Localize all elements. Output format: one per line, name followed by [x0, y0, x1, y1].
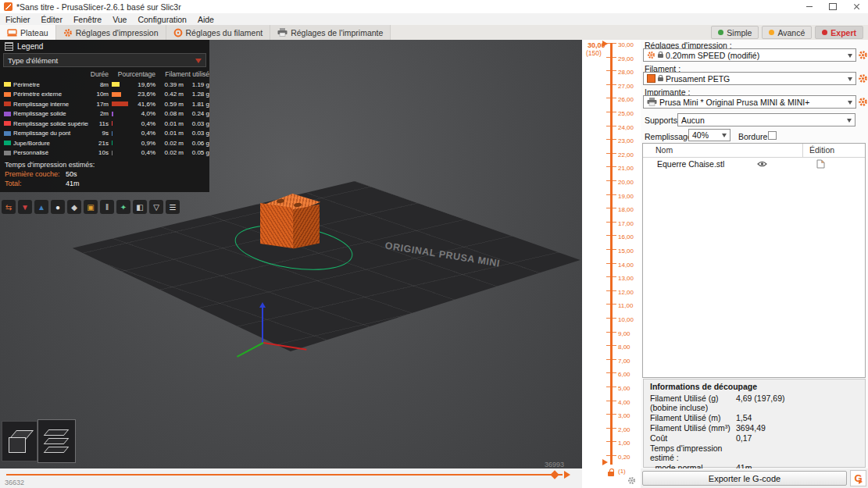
- layer-slider[interactable]: 30,00 (150) 30,0029,0028,0027,0026,0025,…: [582, 40, 641, 488]
- layer-tick-label: 22,00: [618, 151, 634, 159]
- print-settings-gear-button[interactable]: [857, 49, 868, 60]
- legend-panel: Legend Type d'élément Durée Pourcentage …: [0, 40, 209, 192]
- legend-toggle-icon[interactable]: ☰: [166, 200, 180, 214]
- tab-printer-settings[interactable]: Réglages de l'imprimante: [270, 25, 391, 40]
- layer-tick-label: 13,00: [618, 275, 634, 282]
- legend-row: Remplissage solide supérieur11s0,4%0.01 …: [0, 119, 209, 129]
- slicing-info-row: Filament Utilisé (g)(bobine incluse)4,69…: [644, 393, 865, 412]
- deretractions-icon[interactable]: ▲: [34, 200, 48, 214]
- layer-tick-label: 29,00: [618, 55, 634, 62]
- layer-slider-lower-thumb[interactable]: [602, 459, 608, 465]
- horizontal-slider-track[interactable]: [6, 474, 563, 476]
- app-icon: [4, 2, 13, 11]
- menu-item[interactable]: Aide: [192, 15, 220, 24]
- tool-changes-icon[interactable]: ◆: [67, 200, 81, 214]
- prusaslicer-window: *Sans titre - PrusaSlicer-2.6.1 basé sur…: [0, 0, 868, 488]
- slicing-info-panel: Informations de découpage Filament Utili…: [643, 379, 866, 468]
- mode-avancé[interactable]: Avancé: [762, 26, 812, 39]
- menu-item[interactable]: Vue: [107, 15, 132, 24]
- minimize-button[interactable]: [798, 0, 821, 13]
- seams-icon[interactable]: ●: [51, 200, 65, 214]
- layer-slider-upper-thumb[interactable]: [602, 41, 608, 47]
- color-changes-icon[interactable]: ▣: [84, 200, 98, 214]
- infill-dropdown[interactable]: 40%: [688, 129, 730, 141]
- tab-print-settings[interactable]: Réglages d'impression: [56, 25, 166, 40]
- layer-tick-label: 1,00: [618, 440, 630, 447]
- layer-slider-track[interactable]: [610, 43, 613, 465]
- sliced-object[interactable]: [258, 194, 323, 251]
- export-gcode-button[interactable]: Exporter le G-code: [642, 471, 847, 486]
- layer-tick-label: 23,00: [618, 137, 634, 144]
- menu-item[interactable]: Fenêtre: [68, 15, 107, 24]
- layer-tick-label: 3,00: [618, 412, 630, 419]
- supports-dropdown[interactable]: Aucun: [677, 113, 855, 126]
- slicing-info-row: Filament Utilisé (mm³)3694,49: [644, 422, 865, 433]
- percent-bar: [112, 92, 121, 97]
- lock-icon: [658, 77, 663, 81]
- object-row[interactable]: Equerre Chaise.stl: [643, 158, 865, 171]
- slider-settings-icon[interactable]: [627, 474, 636, 488]
- print-profile-icon: [647, 51, 655, 59]
- filament-dropdown[interactable]: Prusament PETG: [643, 72, 856, 85]
- lock-icon[interactable]: [608, 472, 614, 476]
- export-gcode-quick-icon[interactable]: G: [850, 470, 866, 486]
- filament-icon: [173, 28, 183, 37]
- filament-gear-button[interactable]: [857, 73, 868, 84]
- layer-tick-label: 17,00: [618, 220, 634, 227]
- legend-row: Remplissage du pont9s0,4%0.01 m0.03 g: [0, 129, 209, 139]
- mode-expert[interactable]: Expert: [815, 26, 863, 39]
- layer-tick-label: 2,00: [618, 426, 630, 433]
- layer-tick-label: 24,00: [618, 124, 634, 131]
- custom-gcodes-icon[interactable]: ✦: [116, 200, 130, 214]
- 3d-viewport[interactable]: ORIGINAL PRUSA MINI Legend Type d'élémen…: [0, 40, 582, 468]
- slicing-info-row: Coût0,17: [644, 433, 865, 443]
- layer-tick-label: 27,00: [618, 83, 634, 90]
- printer-gear-button[interactable]: [857, 96, 868, 107]
- travels-icon[interactable]: ⇆: [2, 200, 16, 214]
- tab-plateau[interactable]: Plateau: [0, 25, 56, 40]
- brim-label: Bordure :: [738, 132, 772, 141]
- print-settings-dropdown[interactable]: 0.20mm SPEED (modifié): [643, 48, 856, 62]
- percent-bar: [112, 151, 113, 155]
- tool-marker-icon[interactable]: ▽: [149, 200, 163, 214]
- z-axis-indicator: [262, 305, 263, 344]
- legend-row: Remplissage interne17m41,6%0.59 m1.81 g: [0, 99, 209, 109]
- brim-checkbox[interactable]: [768, 131, 777, 140]
- edit-settings-icon[interactable]: [816, 159, 825, 170]
- chevron-down-icon: [195, 59, 202, 66]
- horizontal-slider-thumb[interactable]: [550, 470, 559, 479]
- maximize-button[interactable]: [821, 0, 845, 13]
- pause-prints-icon[interactable]: ‖: [100, 200, 114, 214]
- shells-icon[interactable]: ◧: [133, 200, 147, 214]
- close-button[interactable]: [845, 0, 868, 13]
- printer-icon: [277, 28, 288, 37]
- mode-simple[interactable]: Simple: [711, 26, 759, 39]
- slicing-info-row: Temps d'impression estimé :: [644, 443, 865, 462]
- menu-bar: FichierÉditerFenêtreVueConfigurationAide: [0, 13, 868, 25]
- mode-dot-icon: [822, 30, 827, 35]
- horizontal-slider-bar: 36993 36632: [0, 468, 582, 488]
- retractions-icon[interactable]: ▼: [18, 200, 32, 214]
- feature-color-swatch: [4, 102, 11, 106]
- layer-tick-label: 14,00: [618, 262, 634, 269]
- layer-tick-label: 21,00: [618, 165, 634, 172]
- eye-icon[interactable]: [757, 160, 767, 169]
- arrow-right-icon: [564, 471, 574, 479]
- tab-filament-settings[interactable]: Réglages du filament: [166, 25, 271, 40]
- layer-tick-label: 10,00: [618, 316, 634, 323]
- printer-dropdown[interactable]: Prusa Mini * Original Prusa MINI & MINI+: [643, 95, 856, 109]
- legend-icon: [5, 42, 13, 51]
- chevron-down-icon: [719, 130, 729, 141]
- view-type-dropdown[interactable]: Type d'élément: [3, 53, 206, 67]
- percent-bar: [112, 131, 113, 136]
- feature-color-swatch: [4, 131, 11, 136]
- menu-item[interactable]: Éditer: [36, 15, 68, 24]
- hslider-min-value: 36632: [5, 479, 24, 486]
- menu-item[interactable]: Fichier: [0, 15, 36, 24]
- printer-icon: [647, 98, 657, 106]
- feature-color-swatch: [4, 121, 11, 126]
- lock-icon: [658, 54, 663, 58]
- menu-item[interactable]: Configuration: [132, 15, 191, 24]
- preview-view-thumbnail[interactable]: [38, 419, 76, 463]
- editor-view-thumbnail[interactable]: [2, 421, 38, 461]
